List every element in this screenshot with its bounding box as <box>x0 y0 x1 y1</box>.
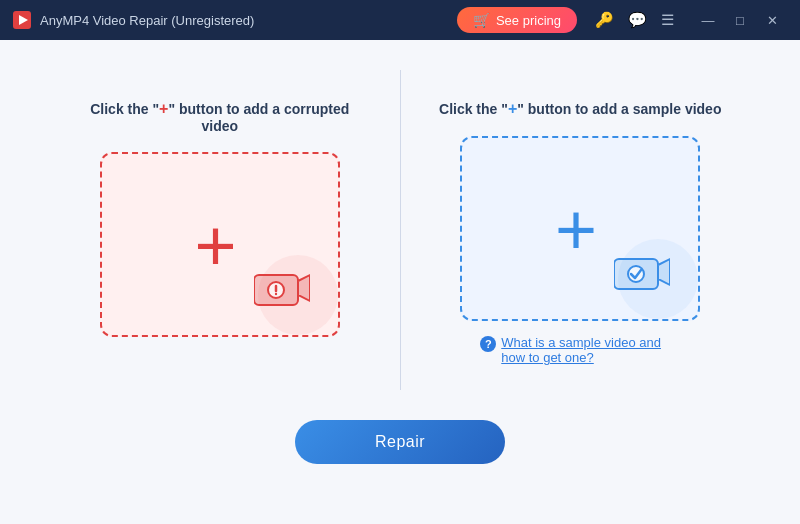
add-corrupted-plus-icon: + <box>195 209 237 281</box>
cart-icon: 🛒 <box>473 12 490 28</box>
right-label-prefix: Click the " <box>439 101 508 117</box>
main-content: Click the "+" button to add a corrupted … <box>0 40 800 524</box>
right-panel-label: Click the "+" button to add a sample vid… <box>439 100 721 118</box>
key-icon[interactable]: 🔑 <box>595 11 614 29</box>
sample-video-help-link[interactable]: ? What is a sample video and how to get … <box>480 335 680 365</box>
left-label-suffix: " button to add a corrupted video <box>168 101 349 134</box>
left-label-prefix: Click the " <box>90 101 159 117</box>
right-label-suffix: " button to add a sample video <box>517 101 721 117</box>
close-button[interactable]: ✕ <box>756 4 788 36</box>
add-sample-plus-icon: + <box>555 193 597 265</box>
repair-button-wrap: Repair <box>295 420 505 464</box>
minimize-button[interactable]: — <box>692 4 724 36</box>
help-icon: ? <box>480 336 496 352</box>
panels-row: Click the "+" button to add a corrupted … <box>40 100 760 390</box>
maximize-button[interactable]: □ <box>724 4 756 36</box>
title-bar-actions: 🔑 💬 ☰ <box>595 11 674 29</box>
repair-button[interactable]: Repair <box>295 420 505 464</box>
help-text: What is a sample video and how to get on… <box>501 335 680 365</box>
left-panel-label: Click the "+" button to add a corrupted … <box>70 100 370 134</box>
app-title: AnyMP4 Video Repair (Unregistered) <box>40 13 449 28</box>
app-logo <box>12 10 32 30</box>
window-controls: — □ ✕ <box>692 4 788 36</box>
sample-video-drop-zone[interactable]: + <box>460 136 700 321</box>
left-panel: Click the "+" button to add a corrupted … <box>40 100 400 337</box>
menu-icon[interactable]: ☰ <box>661 11 674 29</box>
pricing-label: See pricing <box>496 13 561 28</box>
see-pricing-button[interactable]: 🛒 See pricing <box>457 7 577 33</box>
right-plus-text: + <box>508 100 517 117</box>
corrupted-video-drop-zone[interactable]: + <box>100 152 340 337</box>
title-bar: AnyMP4 Video Repair (Unregistered) 🛒 See… <box>0 0 800 40</box>
right-panel: Click the "+" button to add a sample vid… <box>401 100 761 365</box>
chat-icon[interactable]: 💬 <box>628 11 647 29</box>
